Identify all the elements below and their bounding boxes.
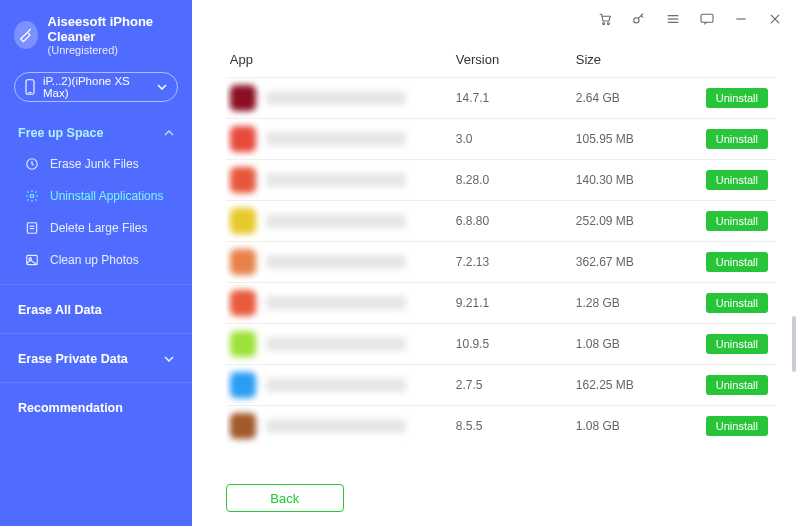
footer-bar: Back xyxy=(192,474,800,526)
size-cell: 2.64 GB xyxy=(576,91,706,105)
sidebar-item-label: Erase Junk Files xyxy=(50,157,139,171)
app-name-blurred xyxy=(266,255,406,269)
app-name-blurred xyxy=(266,296,406,310)
sidebar: Aiseesoft iPhone Cleaner (Unregistered) … xyxy=(0,0,192,526)
table-header: App Version Size xyxy=(226,44,776,77)
sidebar-section-recommendation[interactable]: Recommendation xyxy=(0,391,192,423)
version-cell: 8.5.5 xyxy=(456,419,576,433)
uninstall-button[interactable]: Uninstall xyxy=(706,416,768,436)
svg-point-10 xyxy=(607,23,609,25)
section-label: Erase Private Data xyxy=(18,352,128,366)
table-row: 9.21.11.28 GBUninstall xyxy=(226,282,776,323)
table-row: 8.5.51.08 GBUninstall xyxy=(226,405,776,446)
app-cell xyxy=(226,413,456,439)
app-name-blurred xyxy=(266,132,406,146)
scrollbar-thumb[interactable] xyxy=(792,316,796,372)
app-name-blurred xyxy=(266,173,406,187)
content-panel: App Version Size 14.7.12.64 GBUninstall3… xyxy=(192,38,800,474)
version-cell: 9.21.1 xyxy=(456,296,576,310)
size-cell: 362.67 MB xyxy=(576,255,706,269)
sidebar-item-label: Clean up Photos xyxy=(50,253,139,267)
app-icon xyxy=(230,372,256,398)
uninstall-button[interactable]: Uninstall xyxy=(706,334,768,354)
sidebar-item-uninstall-apps[interactable]: Uninstall Applications xyxy=(0,180,192,212)
main-area: App Version Size 14.7.12.64 GBUninstall3… xyxy=(192,0,800,526)
uninstall-button[interactable]: Uninstall xyxy=(706,88,768,108)
app-title: Aiseesoft iPhone Cleaner xyxy=(48,14,180,44)
version-cell: 6.8.80 xyxy=(456,214,576,228)
app-cell xyxy=(226,249,456,275)
header-size: Size xyxy=(576,52,706,67)
sidebar-section-erase-private[interactable]: Erase Private Data xyxy=(0,342,192,374)
app-icon xyxy=(230,331,256,357)
version-cell: 3.0 xyxy=(456,132,576,146)
version-cell: 10.9.5 xyxy=(456,337,576,351)
uninstall-button[interactable]: Uninstall xyxy=(706,129,768,149)
chevron-down-icon xyxy=(164,356,174,362)
titlebar xyxy=(192,0,800,38)
brand-text: Aiseesoft iPhone Cleaner (Unregistered) xyxy=(48,14,180,56)
app-name-blurred xyxy=(266,337,406,351)
app-icon xyxy=(230,290,256,316)
sidebar-item-delete-large[interactable]: Delete Large Files xyxy=(0,212,192,244)
app-cell xyxy=(226,372,456,398)
app-logo-icon xyxy=(14,21,38,49)
brand-block: Aiseesoft iPhone Cleaner (Unregistered) xyxy=(0,0,192,68)
uninstall-button[interactable]: Uninstall xyxy=(706,170,768,190)
app-icon xyxy=(230,249,256,275)
sidebar-item-erase-junk[interactable]: Erase Junk Files xyxy=(0,148,192,180)
uninstall-button[interactable]: Uninstall xyxy=(706,252,768,272)
close-icon[interactable] xyxy=(766,10,784,28)
table-row: 2.7.5162.25 MBUninstall xyxy=(226,364,776,405)
uninstall-button[interactable]: Uninstall xyxy=(706,375,768,395)
device-selector[interactable]: iP...2)(iPhone XS Max) xyxy=(14,72,178,102)
svg-point-11 xyxy=(634,18,639,23)
uninstall-button[interactable]: Uninstall xyxy=(706,293,768,313)
size-cell: 105.95 MB xyxy=(576,132,706,146)
table-row: 3.0105.95 MBUninstall xyxy=(226,118,776,159)
version-cell: 8.28.0 xyxy=(456,173,576,187)
section-label: Recommendation xyxy=(18,401,123,415)
size-cell: 252.09 MB xyxy=(576,214,706,228)
table-row: 8.28.0140.30 MBUninstall xyxy=(226,159,776,200)
app-icon xyxy=(230,413,256,439)
app-name-blurred xyxy=(266,91,406,105)
app-cell xyxy=(226,290,456,316)
svg-rect-15 xyxy=(701,14,713,22)
header-version: Version xyxy=(456,52,576,67)
app-icon xyxy=(230,167,256,193)
svg-point-9 xyxy=(603,23,605,25)
cart-icon[interactable] xyxy=(596,10,614,28)
table-row: 6.8.80252.09 MBUninstall xyxy=(226,200,776,241)
key-icon[interactable] xyxy=(630,10,648,28)
image-icon xyxy=(24,252,40,268)
app-name-blurred xyxy=(266,419,406,433)
feedback-icon[interactable] xyxy=(698,10,716,28)
header-app: App xyxy=(226,52,456,67)
divider xyxy=(0,382,192,383)
clock-icon xyxy=(24,156,40,172)
device-label: iP...2)(iPhone XS Max) xyxy=(43,75,149,99)
sidebar-section-freeup[interactable]: Free up Space xyxy=(0,116,192,148)
phone-icon xyxy=(25,79,35,95)
sidebar-item-clean-photos[interactable]: Clean up Photos xyxy=(0,244,192,276)
gear-icon xyxy=(24,188,40,204)
size-cell: 1.08 GB xyxy=(576,419,706,433)
sidebar-item-label: Delete Large Files xyxy=(50,221,147,235)
sidebar-section-erase-all[interactable]: Erase All Data xyxy=(0,293,192,325)
file-icon xyxy=(24,220,40,236)
version-cell: 2.7.5 xyxy=(456,378,576,392)
app-table-body: 14.7.12.64 GBUninstall3.0105.95 MBUninst… xyxy=(226,77,776,449)
app-icon xyxy=(230,126,256,152)
minimize-icon[interactable] xyxy=(732,10,750,28)
back-button[interactable]: Back xyxy=(226,484,344,512)
table-row: 14.7.12.64 GBUninstall xyxy=(226,77,776,118)
menu-icon[interactable] xyxy=(664,10,682,28)
version-cell: 14.7.1 xyxy=(456,91,576,105)
app-cell xyxy=(226,331,456,357)
app-icon xyxy=(230,208,256,234)
header-action xyxy=(706,52,776,67)
app-cell xyxy=(226,85,456,111)
app-cell xyxy=(226,126,456,152)
uninstall-button[interactable]: Uninstall xyxy=(706,211,768,231)
